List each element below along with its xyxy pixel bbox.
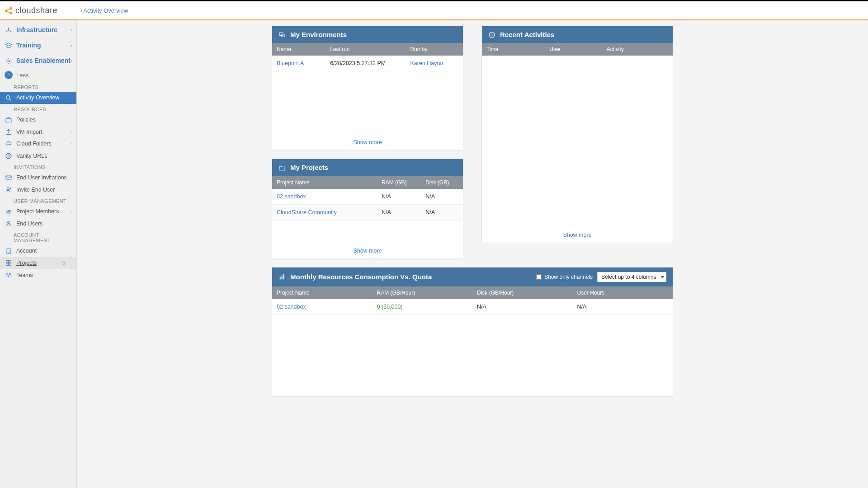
- consumption-table: Project Name RAM (GB/Hour) Disk (GB/Hour…: [272, 286, 673, 315]
- svg-rect-8: [6, 119, 11, 122]
- grid-icon: [5, 259, 13, 267]
- globe-icon: [5, 152, 13, 160]
- nav-policies[interactable]: Policies: [0, 114, 76, 126]
- svg-point-12: [7, 210, 9, 211]
- table-row[interactable]: 02 sandbox N/A N/A: [272, 189, 463, 205]
- panel-recent-activities: Recent Activities Time User Activity Sho…: [481, 26, 673, 243]
- svg-point-6: [8, 60, 9, 62]
- collapse-up-icon: ⌃: [5, 71, 13, 79]
- svg-rect-26: [282, 276, 283, 280]
- chevron-right-icon: ›: [71, 43, 72, 48]
- svg-rect-27: [283, 274, 284, 279]
- panel-title: My Projects: [290, 164, 328, 171]
- logo-icon: [4, 5, 14, 16]
- pin-icon: [61, 260, 66, 266]
- svg-rect-25: [280, 277, 281, 279]
- svg-point-7: [6, 95, 10, 99]
- svg-point-2: [10, 12, 13, 15]
- nav-end-users[interactable]: End Users: [0, 218, 76, 230]
- chevron-right-icon: ›: [71, 209, 72, 214]
- columns-select[interactable]: Select up to 4 columns: [597, 272, 666, 282]
- main-content: My Environments Name Last run Run by Blu…: [77, 20, 868, 488]
- nav-infrastructure[interactable]: Infrastructure ›: [0, 22, 76, 38]
- show-more-link[interactable]: Show more: [482, 227, 673, 243]
- nav-end-user-invitations[interactable]: End User Invitations: [0, 172, 76, 184]
- panel-my-environments: My Environments Name Last run Run by Blu…: [272, 26, 463, 150]
- nav-vm-import[interactable]: VM Import ›: [0, 126, 76, 138]
- building-icon: [5, 247, 13, 255]
- nav-projects[interactable]: Projects: [0, 257, 76, 269]
- nav-project-members[interactable]: Project Members ›: [0, 206, 76, 218]
- panel-consumption: Monthly Resources Consumption Vs. Quota …: [272, 267, 673, 397]
- graduation-icon: [5, 41, 13, 49]
- show-channels-toggle[interactable]: Show only channels: [536, 274, 593, 280]
- nav-account[interactable]: Account: [0, 245, 76, 257]
- header: cloudshare ›Activity Overview: [0, 1, 868, 20]
- table-row[interactable]: Blueprint A 6/28/2023 5:27:32 PM Karen H…: [272, 56, 463, 71]
- folder-icon: [278, 164, 286, 171]
- svg-rect-17: [9, 261, 11, 263]
- svg-point-20: [7, 273, 8, 275]
- section-resources: RESOURCES: [0, 104, 76, 114]
- svg-point-11: [7, 188, 9, 190]
- svg-point-14: [8, 221, 10, 224]
- panel-my-projects: My Projects Project Name RAM (GB) Disk (…: [272, 159, 463, 258]
- nav-training[interactable]: Training ›: [0, 38, 76, 53]
- network-icon: [5, 26, 13, 34]
- chevron-right-icon: ›: [71, 28, 72, 33]
- user-plus-icon: [5, 186, 13, 193]
- panel-title: Monthly Resources Consumption Vs. Quota: [290, 273, 432, 281]
- chart-icon: [278, 273, 286, 281]
- mail-icon: [5, 174, 13, 182]
- screens-icon: [278, 31, 286, 38]
- users-icon: [5, 208, 13, 216]
- table-row[interactable]: 02 sandbox 0 (50,000) N/A N/A: [272, 299, 673, 315]
- svg-rect-18: [6, 263, 9, 266]
- nav-sales-enablement[interactable]: Sales Enablement ›: [0, 53, 76, 68]
- svg-rect-10: [6, 176, 11, 179]
- svg-rect-16: [6, 261, 9, 263]
- briefcase-icon: [5, 116, 13, 124]
- search-icon: [5, 94, 13, 102]
- nav-cloud-folders[interactable]: Cloud Folders ›: [0, 138, 76, 150]
- chevron-right-icon: ›: [71, 130, 72, 134]
- breadcrumb[interactable]: ›Activity Overview: [77, 7, 128, 14]
- logo-text: cloudshare: [15, 6, 57, 15]
- nav-teams[interactable]: Teams: [0, 269, 76, 281]
- svg-point-1: [10, 7, 13, 10]
- environments-table: Name Last run Run by Blueprint A 6/28/20…: [272, 43, 463, 71]
- team-icon: [5, 271, 13, 279]
- svg-rect-15: [7, 249, 10, 253]
- logo[interactable]: cloudshare: [0, 5, 77, 16]
- projects-table: Project Name RAM (GB) Disk (GB) 02 sandb…: [272, 176, 463, 221]
- nav-invite-end-user[interactable]: Invite End User: [0, 183, 76, 196]
- svg-point-13: [9, 210, 10, 211]
- svg-rect-19: [9, 263, 11, 266]
- show-more-link[interactable]: Show more: [272, 135, 463, 150]
- clock-icon: [488, 31, 495, 38]
- svg-point-0: [5, 9, 8, 12]
- chevron-right-icon: ›: [71, 58, 72, 63]
- svg-point-21: [9, 273, 10, 275]
- show-channels-checkbox[interactable]: [536, 274, 542, 280]
- gear-icon: [5, 56, 13, 65]
- nav-activity-overview[interactable]: Activity Overview: [0, 92, 76, 104]
- cloud-icon: [5, 140, 13, 148]
- upload-icon: [5, 128, 13, 136]
- section-account-mgmt: ACCOUNT MANAGEMENT: [0, 230, 76, 245]
- section-reports: REPORTS: [0, 82, 76, 92]
- user-icon: [5, 220, 13, 228]
- section-invitations: INVITATIONS: [0, 162, 76, 172]
- nav-vanity-urls[interactable]: Vanity URLs: [0, 150, 76, 162]
- svg-point-3: [8, 28, 9, 29]
- nav-less-toggle[interactable]: ⌃ Less: [0, 68, 76, 82]
- panel-title: Recent Activities: [500, 31, 554, 38]
- table-row[interactable]: CloudShare Community N/A N/A: [272, 204, 463, 220]
- activities-table: Time User Activity: [482, 43, 673, 56]
- sidebar: Infrastructure › Training › Sales Enable…: [0, 20, 77, 488]
- section-user-mgmt: USER MANAGEMENT: [0, 196, 76, 206]
- show-more-link[interactable]: Show more: [272, 243, 463, 258]
- panel-title: My Environments: [290, 31, 347, 38]
- chevron-right-icon: ›: [71, 141, 72, 146]
